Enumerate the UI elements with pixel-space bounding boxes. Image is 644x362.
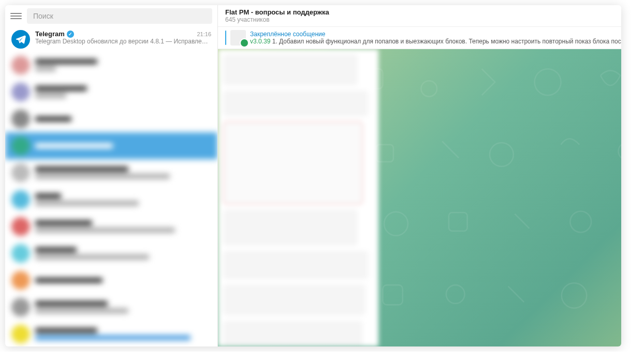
telegram-window: Поиск Telegram 21:16 Telegram Desktop об… [5, 5, 621, 346]
pin-preview-text: 1. Добавил новый функционал для попапов … [270, 38, 621, 45]
pin-thumbnail [230, 30, 246, 46]
sidebar: Поиск Telegram 21:16 Telegram Desktop об… [5, 5, 218, 346]
pin-title: Закреплённое сообщение [250, 31, 621, 38]
chat-header: Flat PM - вопросы и поддержка 645 участн… [218, 5, 621, 27]
chat-background: 22 [218, 49, 621, 346]
verified-icon [67, 31, 74, 38]
chat-list: Telegram 21:16 Telegram Desktop обновилс… [5, 27, 217, 346]
pin-preview: v3.0.39 1. Добавил новый функционал для … [250, 38, 621, 45]
chat-name: Telegram [35, 30, 74, 38]
pin-version: v3.0.39 [250, 38, 270, 45]
svg-rect-15 [376, 145, 393, 162]
svg-point-22 [570, 211, 591, 232]
chat-preview: Telegram Desktop обновился до версии 4.8… [35, 38, 211, 45]
svg-point-11 [421, 81, 437, 97]
svg-point-27 [562, 283, 587, 308]
main-chat: Flat PM - вопросы и поддержка 645 участн… [218, 5, 621, 346]
svg-point-17 [618, 143, 621, 160]
chat-title-wrap[interactable]: Flat PM - вопросы и поддержка 645 участн… [225, 8, 329, 23]
chat-time: 21:16 [197, 31, 211, 37]
svg-rect-25 [383, 285, 403, 305]
menu-icon[interactable] [10, 10, 22, 22]
svg-point-20 [384, 212, 408, 236]
chat-item-telegram[interactable]: Telegram 21:16 Telegram Desktop обновилс… [5, 27, 217, 52]
pin-text: Закреплённое сообщение v3.0.39 1. Добави… [250, 31, 621, 45]
svg-point-16 [490, 143, 514, 167]
chat-name-text: Telegram [35, 30, 65, 38]
sidebar-topbar: Поиск [5, 5, 217, 27]
chat-title: Flat PM - вопросы и поддержка [225, 8, 329, 16]
blurred-messages [218, 49, 378, 346]
svg-rect-21 [449, 213, 467, 231]
pinned-message[interactable]: Закреплённое сообщение v3.0.39 1. Добави… [218, 27, 621, 49]
chat-subtitle: 645 участников [225, 16, 329, 23]
pin-stripe [225, 31, 226, 45]
telegram-avatar [11, 30, 30, 49]
svg-point-12 [535, 69, 561, 95]
chat-body: Telegram 21:16 Telegram Desktop обновилс… [35, 30, 211, 45]
blurred-chat-list [5, 52, 217, 346]
svg-point-26 [446, 285, 465, 304]
search-input[interactable]: Поиск [27, 8, 212, 24]
